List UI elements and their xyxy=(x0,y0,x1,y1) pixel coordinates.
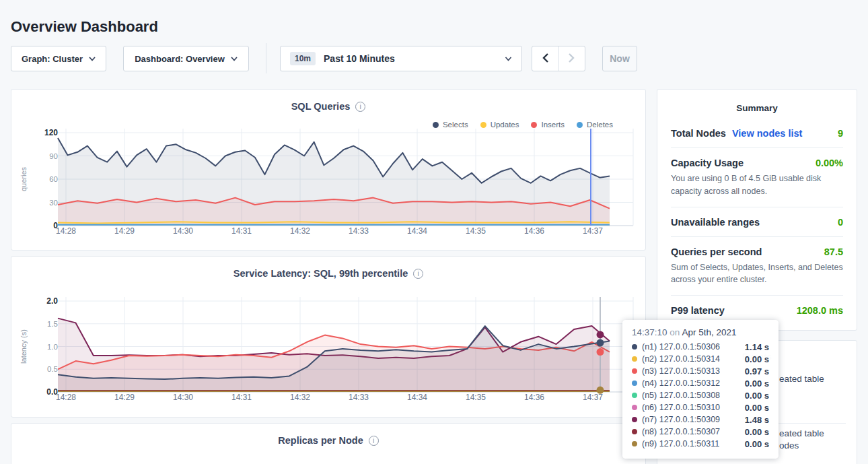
svg-text:2.0: 2.0 xyxy=(46,296,58,306)
node-latency-value: 0.00 s xyxy=(745,427,769,437)
svg-text:14:33: 14:33 xyxy=(349,226,369,236)
node-address: (n6) 127.0.0.1:50310 xyxy=(642,403,720,412)
summary-value: 9 xyxy=(838,128,843,139)
svg-text:14:35: 14:35 xyxy=(466,226,486,236)
node-latency-value: 0.00 s xyxy=(745,354,769,364)
svg-text:14:34: 14:34 xyxy=(407,226,427,236)
svg-text:14:36: 14:36 xyxy=(524,393,544,402)
service-latency-panel: Service Latency: SQL, 99th percentilei 0… xyxy=(11,256,646,418)
tooltip-rows: (n1) 127.0.0.1:50306 1.14 s (n2) 127.0.0… xyxy=(632,341,769,450)
node-address: (n4) 127.0.0.1:50312 xyxy=(642,378,720,388)
node-address: (n3) 127.0.0.1:50313 xyxy=(642,366,720,376)
page-title: Overview Dashboard xyxy=(11,18,158,36)
summary-label: Unavailable ranges xyxy=(671,217,760,228)
replicas-per-node-panel: Replicas per Nodei xyxy=(11,423,646,464)
summary-label: Capacity Usage xyxy=(671,158,744,168)
node-address: (n7) 127.0.0.1:50309 xyxy=(642,415,720,424)
controls-divider xyxy=(266,43,266,73)
tooltip-row: (n2) 127.0.0.1:50314 0.00 s xyxy=(632,353,769,365)
node-color-dot-icon xyxy=(632,380,637,386)
tooltip-row: (n1) 127.0.0.1:50306 1.14 s xyxy=(632,341,769,353)
summary-label: Queries per second xyxy=(671,246,762,257)
node-address: (n1) 127.0.0.1:50306 xyxy=(642,342,720,352)
time-step-buttons xyxy=(532,46,585,71)
svg-text:1.0: 1.0 xyxy=(47,343,58,351)
node-color-dot-icon xyxy=(632,356,637,362)
next-time-button[interactable] xyxy=(558,46,585,71)
svg-text:14:32: 14:32 xyxy=(290,393,310,402)
prev-time-button[interactable] xyxy=(532,46,558,71)
summary-item: Queries per second 87.5 Sum of Selects, … xyxy=(671,236,843,296)
time-range-picker[interactable]: 10m Past 10 Minutes xyxy=(280,46,522,71)
sql-queries-chart[interactable]: 030609012014:2814:2914:3014:3114:3214:33… xyxy=(17,127,641,243)
node-color-dot-icon xyxy=(632,344,637,350)
node-address: (n9) 127.0.0.1:50311 xyxy=(642,439,719,449)
svg-text:latency (s): latency (s) xyxy=(20,329,28,364)
node-latency-value: 0.97 s xyxy=(745,366,769,376)
svg-text:14:28: 14:28 xyxy=(56,393,76,402)
dashboard-dropdown-label: Dashboard: Overview xyxy=(135,54,225,64)
chart-title: SQL Queriesi xyxy=(11,90,645,112)
chevron-left-icon xyxy=(542,53,549,65)
summary-value: 87.5 xyxy=(824,246,843,257)
node-address: (n2) 127.0.0.1:50314 xyxy=(642,354,720,364)
svg-text:14:37: 14:37 xyxy=(583,393,603,402)
node-address: (n5) 127.0.0.1:50308 xyxy=(642,391,720,400)
chart-title: Replicas per Nodei xyxy=(11,424,645,446)
info-icon[interactable]: i xyxy=(413,269,423,279)
dashboard-dropdown[interactable]: Dashboard: Overview xyxy=(123,46,249,71)
svg-text:0.5: 0.5 xyxy=(47,365,58,373)
summary-list: Total Nodes View nodes list 9 Capacity U… xyxy=(657,119,857,325)
tooltip-row: (n8) 127.0.0.1:50307 0.00 s xyxy=(632,426,769,438)
event-row-fragment: odes xyxy=(779,440,799,451)
svg-text:14:34: 14:34 xyxy=(407,393,427,402)
service-latency-chart[interactable]: 0.00.51.01.52.014:2814:2914:3014:3114:32… xyxy=(17,292,641,410)
summary-description: Sum of Selects, Updates, Inserts, and De… xyxy=(671,261,843,287)
node-latency-value: 0.00 s xyxy=(745,391,769,401)
summary-value: 1208.0 ms xyxy=(797,305,843,316)
svg-text:14:30: 14:30 xyxy=(173,393,193,402)
tooltip-row: (n5) 127.0.0.1:50308 0.00 s xyxy=(632,389,769,401)
svg-text:14:32: 14:32 xyxy=(290,226,310,236)
svg-text:1.5: 1.5 xyxy=(47,320,58,328)
node-latency-value: 1.48 s xyxy=(745,415,769,425)
tooltip-row: (n6) 127.0.0.1:50310 0.00 s xyxy=(632,401,769,413)
node-color-dot-icon xyxy=(632,405,637,410)
svg-text:14:30: 14:30 xyxy=(173,226,193,236)
tooltip-row: (n9) 127.0.0.1:50311 0.00 s xyxy=(632,438,769,450)
summary-value: 0.00% xyxy=(816,158,843,168)
svg-text:120: 120 xyxy=(44,128,58,137)
sql-queries-panel: SQL Queriesi Selects Updates Inserts Del… xyxy=(11,89,646,251)
event-row-fragment: eated table xyxy=(779,428,824,438)
svg-text:60: 60 xyxy=(49,175,58,183)
node-latency-value: 1.14 s xyxy=(745,342,769,352)
svg-text:30: 30 xyxy=(49,199,58,207)
now-button[interactable]: Now xyxy=(602,46,637,71)
svg-text:14:33: 14:33 xyxy=(349,393,369,402)
view-nodes-link[interactable]: View nodes list xyxy=(732,128,803,139)
info-icon[interactable]: i xyxy=(369,436,379,446)
chevron-down-icon xyxy=(505,57,512,61)
chevron-down-icon xyxy=(89,57,96,61)
graph-dropdown[interactable]: Graph: Cluster xyxy=(11,46,106,71)
svg-text:14:29: 14:29 xyxy=(114,393,135,402)
info-icon[interactable]: i xyxy=(355,102,365,112)
hover-tooltip: 14:37:10 on Apr 5th, 2021 (n1) 127.0.0.1… xyxy=(622,320,779,459)
chart-title: Service Latency: SQL, 99th percentilei xyxy=(11,257,645,279)
node-color-dot-icon xyxy=(632,368,637,374)
node-latency-value: 0.00 s xyxy=(745,439,769,449)
svg-text:14:36: 14:36 xyxy=(524,226,544,236)
node-color-dot-icon xyxy=(632,429,637,434)
summary-item: Total Nodes View nodes list 9 xyxy=(671,119,843,147)
svg-text:14:29: 14:29 xyxy=(114,226,135,236)
summary-value: 0 xyxy=(838,217,843,228)
chevron-down-icon xyxy=(231,57,238,61)
node-address: (n8) 127.0.0.1:50307 xyxy=(642,427,720,436)
node-latency-value: 0.00 s xyxy=(745,403,769,413)
svg-text:90: 90 xyxy=(49,152,58,160)
node-color-dot-icon xyxy=(632,417,637,422)
tooltip-row: (n7) 127.0.0.1:50309 1.48 s xyxy=(632,413,769,426)
summary-label: P99 latency xyxy=(671,305,725,316)
tooltip-row: (n3) 127.0.0.1:50313 0.97 s xyxy=(632,365,769,377)
tooltip-row: (n4) 127.0.0.1:50312 0.00 s xyxy=(632,377,769,389)
